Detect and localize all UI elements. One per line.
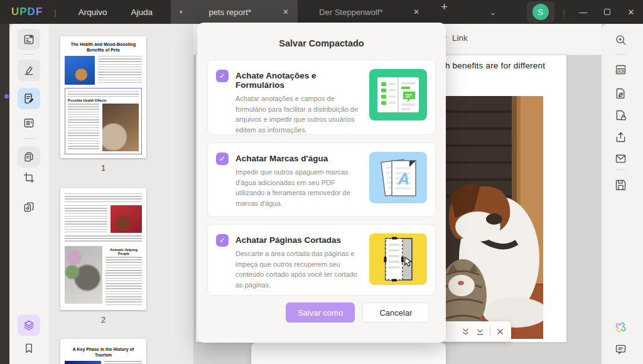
save-button[interactable] bbox=[609, 174, 632, 195]
reader-mode-button[interactable] bbox=[18, 29, 40, 50]
link-label: Link bbox=[452, 33, 468, 43]
active-tool-indicator-dot bbox=[4, 94, 9, 99]
dog-cat-photo bbox=[102, 104, 139, 151]
envelope-icon bbox=[614, 152, 627, 165]
tab-der-steppenwolf[interactable]: Der Steppenwolf* ✕ bbox=[298, 0, 428, 24]
layers-icon bbox=[23, 319, 35, 331]
updf-window: UPDF | Arquivo Ajuda ▾ pets report* ✕ De… bbox=[0, 0, 643, 364]
text-lines bbox=[65, 235, 142, 243]
feedback-button[interactable] bbox=[609, 338, 632, 360]
divider bbox=[615, 169, 627, 170]
save-flattened-dialog: Salvar Compactado ✓ Achate Anotações e F… bbox=[197, 23, 446, 343]
option-title: Achatar Marcas d'água bbox=[235, 152, 362, 163]
tab-close-icon[interactable]: ✕ bbox=[413, 8, 419, 16]
tab-label: pets report* bbox=[186, 8, 274, 17]
left-edge-strip bbox=[0, 24, 9, 364]
tab-dropdown-icon[interactable]: ▾ bbox=[180, 9, 183, 15]
tab-label: Der Steppenwolf* bbox=[298, 8, 404, 17]
background-panel-edge bbox=[251, 343, 446, 364]
svg-text:A: A bbox=[397, 169, 410, 188]
flatten-cropped-pages-checkbox[interactable]: ✓ bbox=[216, 234, 229, 247]
close-mini-toolbar-button[interactable] bbox=[495, 327, 505, 336]
bookmark-button[interactable] bbox=[18, 338, 40, 359]
bookmark-icon bbox=[23, 342, 35, 355]
tab-close-icon[interactable]: ✕ bbox=[283, 8, 289, 16]
close-icon bbox=[495, 327, 505, 336]
gray-cat-photo bbox=[65, 246, 102, 304]
dialog-actions: Salvar como Cancelar bbox=[286, 302, 430, 323]
thumbnail-page-1[interactable]: The Health and Mood-Boosting Benefits of… bbox=[60, 36, 146, 158]
dialog-title: Salvar Compactado bbox=[197, 23, 446, 48]
edit-pdf-button[interactable] bbox=[18, 88, 40, 109]
titlebar-right: ⌄ S | — ✕ bbox=[490, 0, 643, 24]
flatten-annotations-checkbox[interactable]: ✓ bbox=[216, 70, 229, 82]
save-icon bbox=[614, 178, 627, 191]
divider: | bbox=[563, 8, 565, 17]
option-title: Achatar Páginas Cortadas bbox=[235, 233, 362, 245]
protect-pdf-button[interactable] bbox=[609, 104, 632, 126]
account-button[interactable]: S bbox=[527, 1, 554, 23]
minimize-button[interactable]: — bbox=[571, 0, 595, 24]
thumb1-title: The Health and Mood-Boosting Benefits of… bbox=[65, 41, 142, 53]
ocr-icon: OCR bbox=[614, 63, 627, 77]
flatten-watermarks-illustration: A bbox=[369, 152, 427, 203]
avatar: S bbox=[532, 4, 549, 20]
page-number-2: 2 bbox=[60, 315, 146, 324]
jump-double-down-button[interactable] bbox=[461, 327, 470, 336]
search-icon bbox=[614, 33, 627, 46]
organize-pages-icon bbox=[23, 151, 35, 163]
feedback-icon bbox=[614, 343, 627, 356]
comment-tool-button[interactable] bbox=[18, 60, 40, 81]
maximize-icon bbox=[604, 9, 610, 15]
close-window-button[interactable]: ✕ bbox=[619, 0, 643, 24]
thumb3-title: A Key Phase in the History of Tourism bbox=[65, 346, 142, 358]
share-button[interactable] bbox=[609, 126, 632, 147]
menu-arquivo[interactable]: Arquivo bbox=[67, 8, 119, 17]
thumb2-section-heading: Animals Helping People bbox=[105, 248, 142, 255]
reader-icon bbox=[23, 33, 35, 46]
convert-icon bbox=[614, 87, 627, 100]
thumbnail-page-3[interactable]: A Key Phase in the History of Tourism bbox=[60, 339, 146, 364]
dog-and-cat-photo bbox=[441, 96, 543, 339]
save-as-button[interactable]: Salvar como bbox=[286, 302, 355, 323]
crop-icon bbox=[23, 171, 35, 184]
flatten-watermarks-checkbox[interactable]: ✓ bbox=[216, 153, 229, 165]
flatten-cropped-pages-illustration bbox=[369, 233, 427, 285]
thumb1-section-heading: Possible Health Effects bbox=[68, 99, 139, 102]
ocr-button[interactable]: OCR bbox=[609, 59, 632, 80]
new-tab-button[interactable]: + bbox=[441, 0, 448, 24]
edit-icon bbox=[23, 92, 35, 105]
layers-button[interactable] bbox=[18, 314, 40, 336]
thumbnail-page-2[interactable]: Animals Helping People bbox=[60, 188, 146, 310]
cancel-button[interactable]: Cancelar bbox=[362, 302, 430, 323]
watermark-tool-button[interactable] bbox=[18, 196, 40, 218]
text-lines bbox=[65, 205, 107, 233]
updf-logo: UPDF bbox=[11, 6, 43, 18]
form-tool-button[interactable] bbox=[18, 112, 40, 134]
ai-assistant-button[interactable] bbox=[609, 316, 632, 338]
svg-text:OCR: OCR bbox=[617, 69, 624, 73]
crop-tool-button[interactable] bbox=[18, 167, 40, 188]
tab-pets-report[interactable]: ▾ pets report* ✕ bbox=[171, 0, 298, 24]
option-flatten-cropped-pages: ✓ Achatar Páginas Cortadas Descarte a ár… bbox=[207, 224, 436, 296]
email-button[interactable] bbox=[609, 147, 632, 169]
option-description: Achatar anotações e campos de formulário… bbox=[235, 94, 362, 135]
titlebar: UPDF | Arquivo Ajuda ▾ pets report* ✕ De… bbox=[0, 0, 643, 24]
option-flatten-annotations: ✓ Achate Anotações e Formulários Achatar… bbox=[207, 60, 436, 135]
convert-pdf-button[interactable] bbox=[609, 82, 632, 104]
share-icon bbox=[614, 131, 627, 144]
divider: | bbox=[54, 8, 56, 17]
text-lines bbox=[68, 104, 99, 151]
menu-ajuda[interactable]: Ajuda bbox=[119, 8, 165, 17]
text-lines bbox=[104, 361, 142, 364]
tabs-overview-chevron-icon[interactable]: ⌄ bbox=[490, 8, 497, 17]
page-thumbnails-panel: The Health and Mood-Boosting Benefits of… bbox=[49, 24, 193, 364]
navigation-mini-toolbar bbox=[440, 321, 511, 341]
organize-pages-button[interactable] bbox=[18, 146, 40, 168]
cat-photo bbox=[65, 56, 95, 85]
search-button[interactable] bbox=[609, 29, 632, 50]
jump-to-bottom-button[interactable] bbox=[475, 327, 485, 336]
maximize-button[interactable] bbox=[595, 0, 619, 24]
option-description: Impedir que outros apaguem marcas d'água… bbox=[235, 167, 362, 208]
page-number-1: 1 bbox=[60, 163, 146, 173]
